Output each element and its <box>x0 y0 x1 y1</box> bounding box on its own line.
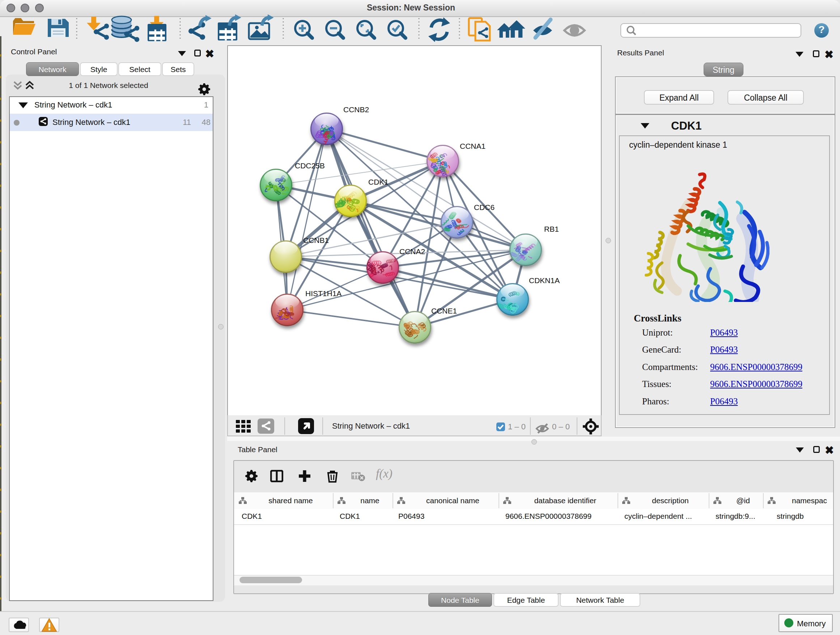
svg-text:RB1: RB1 <box>544 225 559 233</box>
svg-text:CDKN1A: CDKN1A <box>529 276 560 285</box>
svg-text:CCNA1: CCNA1 <box>460 142 485 150</box>
svg-text:CCNE1: CCNE1 <box>431 307 457 315</box>
svg-text:CCNA2: CCNA2 <box>399 247 425 256</box>
svg-text:CDC25B: CDC25B <box>295 162 325 170</box>
svg-text:CDC6: CDC6 <box>474 203 494 211</box>
svg-text:CCNB1: CCNB1 <box>303 236 329 244</box>
svg-text:CDK1: CDK1 <box>368 178 388 186</box>
svg-text:CCNB2: CCNB2 <box>343 105 369 114</box>
svg-text:HIST1H1A: HIST1H1A <box>305 289 341 298</box>
